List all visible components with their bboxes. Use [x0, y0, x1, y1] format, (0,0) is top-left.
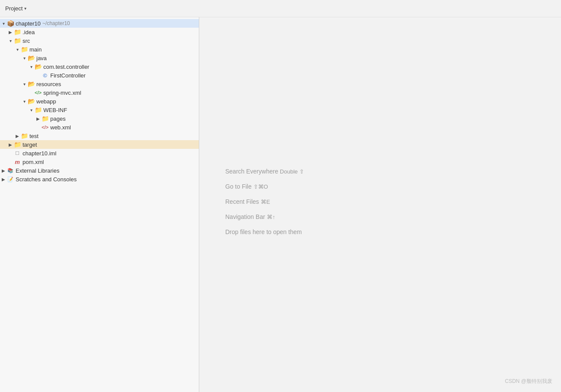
file-icon: m: [14, 158, 21, 165]
item-label: .idea: [23, 29, 35, 35]
expand-arrow[interactable]: ▾: [21, 99, 28, 104]
item-label: pom.xml: [23, 159, 44, 165]
tree-item-java[interactable]: ▾📂java: [0, 54, 199, 62]
file-icon: 📚: [7, 167, 14, 174]
tree-item-src[interactable]: ▾📁src: [0, 36, 199, 45]
hint-go-to-file: Go to File ⇧⌘O: [225, 182, 268, 191]
item-label: webapp: [36, 98, 56, 105]
item-label: chapter10: [16, 20, 41, 27]
expand-arrow[interactable]: ▾: [28, 64, 35, 69]
hint-shortcut: ⌘E: [261, 199, 270, 205]
tree-item-chapter10[interactable]: ▾📦chapter10~/chapter10: [0, 19, 199, 28]
file-icon: ☐: [14, 150, 21, 157]
main-content-area: Search Everywhere Double ⇧Go to File ⇧⌘O…: [199, 17, 561, 392]
project-panel-title[interactable]: Project ▾: [5, 5, 26, 12]
expand-arrow[interactable]: ▾: [28, 108, 35, 112]
expand-arrow[interactable]: ▶: [14, 134, 21, 138]
tree-item-idea[interactable]: ▶📁.idea: [0, 28, 199, 36]
tree-item-test[interactable]: ▶📁test: [0, 132, 199, 140]
tree-item-chapter10.iml[interactable]: ☐chapter10.iml: [0, 149, 199, 157]
item-label: resources: [36, 81, 61, 87]
tree-item-spring-mvc.xml[interactable]: </>spring-mvc.xml: [0, 88, 199, 97]
tree-item-webapp[interactable]: ▾📂webapp: [0, 97, 199, 106]
chevron-down-icon: ▾: [24, 6, 26, 11]
watermark: CSDN @颓特别我废: [505, 378, 552, 385]
item-path: ~/chapter10: [42, 20, 70, 26]
hint-recent-files: Recent Files ⌘E: [225, 197, 270, 206]
item-label: Scratches and Consoles: [16, 176, 77, 183]
file-icon: 📁: [21, 132, 28, 139]
hint-text: Recent Files: [225, 198, 259, 205]
file-icon: 📂: [28, 80, 35, 87]
tree-item-main[interactable]: ▾📁main: [0, 45, 199, 54]
hint-text: Drop files here to open them: [225, 228, 302, 235]
tree-item-com.test.controller[interactable]: ▾📂com.test.controller: [0, 62, 199, 71]
hint-text: Navigation Bar: [225, 213, 265, 220]
tree-item-target[interactable]: ▶📁target: [0, 140, 199, 149]
file-icon: 📂: [28, 98, 35, 105]
file-icon: 📁: [42, 115, 49, 122]
file-icon: </>: [42, 124, 49, 131]
file-icon: 📁: [21, 46, 28, 53]
expand-arrow[interactable]: ▶: [35, 116, 42, 121]
expand-arrow[interactable]: ▾: [14, 47, 21, 52]
expand-arrow[interactable]: ▾: [21, 56, 28, 61]
project-tree[interactable]: ▾📦chapter10~/chapter10▶📁.idea▾📁src▾📁main…: [0, 17, 199, 392]
hint-navigation-bar: Navigation Bar ⌘↑: [225, 212, 275, 222]
item-label: pages: [50, 116, 65, 122]
item-label: main: [29, 46, 42, 53]
file-icon: 📦: [7, 20, 14, 27]
file-icon: </>: [35, 89, 42, 96]
expand-arrow[interactable]: ▾: [21, 82, 28, 87]
file-icon: 📂: [28, 55, 35, 61]
expand-arrow[interactable]: ▾: [0, 21, 7, 26]
tree-item-web.xml[interactable]: </>web.xml: [0, 123, 199, 132]
expand-arrow[interactable]: ▶: [0, 168, 7, 173]
hint-drop-files: Drop files here to open them: [225, 228, 302, 237]
item-label: chapter10.iml: [23, 150, 56, 157]
main-layout: ▾📦chapter10~/chapter10▶📁.idea▾📁src▾📁main…: [0, 17, 561, 392]
item-label: web.xml: [50, 124, 71, 131]
file-icon: 📂: [35, 63, 42, 70]
tree-item-scratches[interactable]: ▶📝Scratches and Consoles: [0, 175, 199, 183]
item-label: test: [29, 133, 39, 139]
item-label: spring-mvc.xml: [43, 90, 81, 96]
file-icon: ©: [42, 72, 49, 79]
hint-text: Go to File: [225, 183, 252, 190]
item-label: target: [23, 141, 37, 148]
tree-item-pages[interactable]: ▶📁pages: [0, 114, 199, 123]
hint-shortcut: ⌘↑: [267, 214, 276, 220]
file-icon: 📁: [14, 141, 21, 148]
tree-item-pom.xml[interactable]: mpom.xml: [0, 157, 199, 166]
tree-item-FirstController[interactable]: ©FirstController: [0, 71, 199, 80]
file-icon: 📁: [14, 29, 21, 35]
tree-item-resources[interactable]: ▾📂resources: [0, 80, 199, 88]
file-icon: 📁: [14, 37, 21, 44]
hint-shortcut: ⇧⌘O: [253, 183, 268, 190]
expand-arrow[interactable]: ▶: [0, 177, 7, 182]
tree-item-WEB-INF[interactable]: ▾📁WEB-INF: [0, 106, 199, 114]
hint-shortcut: Double ⇧: [280, 168, 304, 175]
header-bar: Project ▾: [0, 0, 561, 17]
item-label: src: [23, 38, 30, 44]
hint-text: Search Everywhere: [225, 168, 278, 175]
header-title-text: Project: [5, 5, 23, 12]
item-label: java: [36, 55, 47, 61]
item-label: External Libraries: [16, 167, 59, 174]
hint-search-everywhere: Search Everywhere Double ⇧: [225, 167, 304, 176]
item-label: com.test.controller: [43, 64, 89, 70]
item-label: FirstController: [50, 72, 86, 79]
expand-arrow[interactable]: ▶: [7, 142, 14, 147]
item-label: WEB-INF: [43, 107, 67, 113]
expand-arrow[interactable]: ▾: [7, 39, 14, 43]
file-icon: 📝: [7, 176, 14, 183]
tree-item-external-libraries[interactable]: ▶📚External Libraries: [0, 166, 199, 175]
file-icon: 📁: [35, 106, 42, 113]
expand-arrow[interactable]: ▶: [7, 30, 14, 35]
